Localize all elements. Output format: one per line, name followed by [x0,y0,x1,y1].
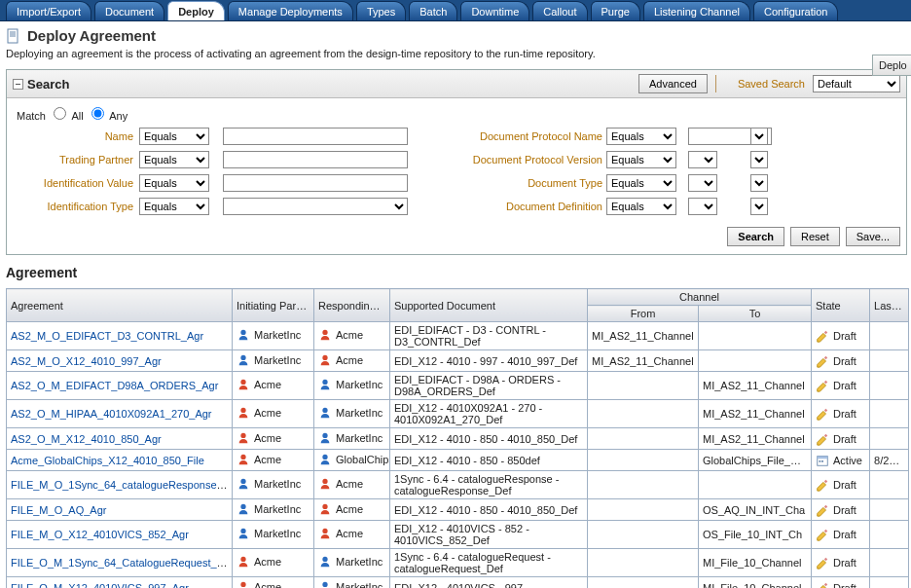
col-responding[interactable]: Responding Partner [314,289,390,322]
channel-to [699,471,812,499]
operator-select[interactable]: Equals [139,151,209,168]
initiating-partner: Acme [237,580,281,589]
lov-select[interactable] [750,174,768,192]
agreement-section-title: Agreement [6,265,911,280]
tab-configuration[interactable]: Configuration [753,1,838,20]
table-row[interactable]: FILE_M_O_X12_4010VICS_852_Agr MarketInc … [7,521,909,549]
agreement-link[interactable]: AS2_O_M_X12_4010_850_Agr [11,433,162,445]
svg-point-6 [322,380,327,385]
table-row[interactable]: FILE_O_M_1Sync_64_CatalogueRequest_Agr A… [7,549,909,577]
operator-select[interactable]: Equals [606,151,676,168]
initiating-partner: MarketInc [237,502,301,516]
field-label: Document Definition [447,201,602,212]
value-input[interactable] [223,174,408,192]
col-channel[interactable]: Channel [588,289,812,306]
channel-to: GlobalChips_File_End [699,450,812,471]
table-row[interactable]: AS2_M_O_EDIFACT_D3_CONTRL_Agr MarketInc … [7,322,909,350]
agreement-link[interactable]: FILE_M_O_X12_4010VICS_852_Agr [11,529,189,540]
col-last[interactable]: Last Deploye [870,289,909,322]
col-initiating[interactable]: Initiating Partner [233,289,314,322]
agreement-link[interactable]: FILE_M_O_1Sync_64_catalogueResponse_Ag [11,479,233,491]
agreement-link[interactable]: AS2_O_M_EDIFACT_D98A_ORDERS_Agr [11,380,218,391]
table-row[interactable]: AS2_O_M_EDIFACT_D98A_ORDERS_Agr Acme Mar… [7,372,909,400]
search-button[interactable]: Search [727,227,784,246]
match-all-radio[interactable] [54,107,66,120]
save-button[interactable]: Save... [846,227,900,246]
svg-point-17 [240,479,245,484]
value-input[interactable] [223,198,408,215]
deploy-button[interactable]: Deplo [872,55,911,76]
agreement-link[interactable]: FILE_O_M_X12_4010VICS_997_Agr [11,582,189,589]
agreement-link[interactable]: AS2_M_O_X12_4010_997_Agr [11,355,162,367]
agreement-link[interactable]: AS2_O_M_HIPAA_4010X092A1_270_Agr [11,408,212,420]
table-row[interactable]: AS2_M_O_X12_4010_997_Agr MarketInc AcmeE… [7,350,909,372]
initiating-partner: Acme [237,406,281,420]
channel-to: MI_AS2_11_Channel [699,428,812,450]
advanced-button[interactable]: Advanced [638,74,708,93]
last-deployed [870,350,909,372]
supported-doc: EDI_EDIFACT - D3 - CONTRL - D3_CONTRL_De… [390,322,588,350]
col-agreement[interactable]: Agreement [7,289,233,322]
supported-doc: EDI_X12 - 4010 - 997 - 4010_997_Def [390,350,588,372]
agreement-link[interactable]: FILE_M_O_AQ_Agr [11,504,106,516]
tab-import-export[interactable]: Import/Export [6,1,91,20]
tab-batch[interactable]: Batch [409,1,457,20]
supported-doc: EDI_X12 - 4010VICS - 997 - [390,577,588,589]
tab-deploy[interactable]: Deploy [167,1,225,20]
tab-callout[interactable]: Callout [532,1,587,20]
channel-from [588,428,699,450]
operator-select[interactable]: Equals [139,174,209,192]
channel-to: MI_File_10_Channel [699,577,812,589]
table-row[interactable]: AS2_O_M_X12_4010_850_Agr Acme MarketIncE… [7,428,909,450]
reset-button[interactable]: Reset [790,227,840,246]
channel-from [588,450,699,471]
svg-point-9 [240,432,245,437]
value-select[interactable] [688,151,717,168]
operator-select[interactable]: Equals [606,174,676,192]
operator-select[interactable]: Equals [606,198,676,215]
lov-select[interactable] [750,128,768,145]
value-select[interactable] [688,174,717,192]
table-row[interactable]: FILE_M_O_AQ_Agr MarketInc AcmeEDI_X12 - … [7,499,909,521]
lov-select[interactable] [750,198,768,215]
tab-manage-deployments[interactable]: Manage Deployments [228,1,353,20]
state-cell: Draft [816,556,865,570]
tab-purge[interactable]: Purge [591,1,640,20]
col-to[interactable]: To [699,306,812,322]
operator-select[interactable]: Equals [606,128,676,145]
table-row[interactable]: FILE_O_M_X12_4010VICS_997_Agr Acme Marke… [7,577,909,589]
value-input[interactable] [223,128,408,145]
value-select[interactable] [688,198,717,215]
responding-partner: Acme [318,353,363,367]
agreement-link[interactable]: FILE_O_M_1Sync_64_CatalogueRequest_Agr [11,557,233,569]
last-deployed [870,400,909,428]
svg-point-5 [240,380,245,385]
tab-bar: Import/ExportDocumentDeployManage Deploy… [0,0,911,21]
table-row[interactable]: Acme_GlobalChips_X12_4010_850_File Acme … [7,450,909,471]
tab-document[interactable]: Document [94,1,164,20]
match-any-radio[interactable] [91,107,104,120]
lov-select[interactable] [750,151,768,168]
agreement-link[interactable]: Acme_GlobalChips_X12_4010_850_File [11,455,204,466]
tab-listening-channel[interactable]: Listening Channel [643,1,750,20]
table-row[interactable]: AS2_O_M_HIPAA_4010X092A1_270_Agr Acme Ma… [7,400,909,428]
operator-select[interactable]: Equals [139,198,209,215]
col-document[interactable]: Supported Document [390,289,588,322]
tab-types[interactable]: Types [356,1,406,20]
tab-downtime[interactable]: Downtime [460,1,529,20]
channel-from [588,499,699,521]
state-cell: Draft [816,432,865,446]
last-deployed [870,521,909,549]
svg-point-25 [240,581,245,586]
table-row[interactable]: FILE_M_O_1Sync_64_catalogueResponse_Ag M… [7,471,909,499]
collapse-icon[interactable] [13,79,23,90]
state-cell: Active [816,454,865,467]
col-from[interactable]: From [588,306,699,322]
initiating-partner: MarketInc [237,477,301,491]
agreement-link[interactable]: AS2_M_O_EDIFACT_D3_CONTRL_Agr [11,330,203,342]
operator-select[interactable]: Equals [139,128,209,145]
saved-search-select[interactable]: Default [813,75,900,92]
col-state[interactable]: State [812,289,870,322]
value-input[interactable] [223,151,408,168]
responding-partner: Acme [318,477,363,491]
